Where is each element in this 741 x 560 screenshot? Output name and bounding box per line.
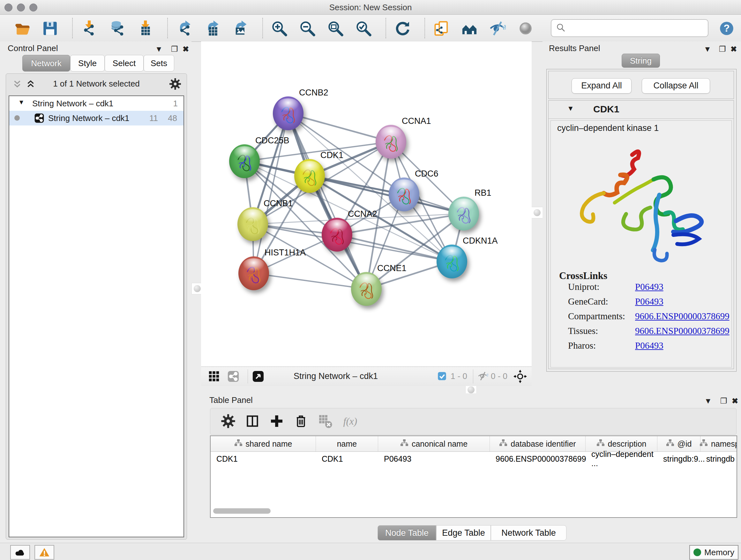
collapse-triangle-icon[interactable]: ▼: [567, 105, 574, 113]
open-session-icon[interactable]: [13, 19, 31, 38]
panel-close-icon[interactable]: ✖: [732, 396, 738, 406]
column-header-databaseidentifier[interactable]: database identifier: [490, 436, 586, 451]
node-RB1[interactable]: [448, 197, 479, 231]
column-header-description[interactable]: description: [586, 436, 657, 451]
fit-selected-icon[interactable]: [513, 369, 527, 385]
right-splitter-handle[interactable]: [531, 207, 543, 219]
node-CCNB2[interactable]: [273, 97, 304, 130]
node-CDC6[interactable]: [389, 178, 419, 211]
panel-menu-icon[interactable]: ▼: [704, 396, 712, 406]
results-panel-title: Results Panel: [549, 44, 600, 53]
node-CDC25B[interactable]: [229, 144, 260, 178]
panel-menu-icon[interactable]: ▼: [155, 45, 163, 54]
node-CCNA1[interactable]: [376, 125, 406, 159]
panel-close-icon[interactable]: ✖: [731, 45, 737, 54]
node-CCNA2[interactable]: [322, 218, 352, 252]
selected-checkbox-icon[interactable]: [437, 371, 447, 382]
horizontal-scrollbar-thumb[interactable]: [213, 508, 271, 514]
tab-sets[interactable]: Sets: [144, 55, 174, 71]
apply-layout-icon[interactable]: [393, 19, 412, 38]
cell[interactable]: CDK1: [316, 451, 378, 466]
zoom-selected-icon[interactable]: [354, 19, 373, 38]
tab-network[interactable]: Network: [22, 55, 70, 71]
add-column-icon[interactable]: [268, 412, 286, 430]
gear-icon[interactable]: [169, 78, 182, 91]
toolbar-separator: [386, 18, 386, 38]
export-image-icon[interactable]: [231, 19, 250, 38]
crosslink-link[interactable]: 9606.ENSP00000378699: [635, 326, 730, 336]
cloud-button[interactable]: [10, 545, 30, 560]
columns-icon[interactable]: [244, 412, 261, 430]
hide-selected-icon[interactable]: [488, 19, 507, 38]
export-network-icon[interactable]: [175, 19, 193, 38]
cell[interactable]: P06493: [378, 451, 490, 466]
panel-float-icon[interactable]: ❐: [719, 45, 726, 54]
delete-column-icon[interactable]: [292, 412, 310, 430]
node-CDKN1A[interactable]: [436, 245, 467, 278]
cell[interactable]: stringdb:9...: [657, 451, 700, 466]
edge-HIST1H1A-CCNE1[interactable]: [254, 273, 366, 289]
save-session-icon[interactable]: [41, 19, 59, 38]
search-input[interactable]: [569, 21, 708, 35]
zoom-fit-icon[interactable]: [326, 19, 345, 38]
zoom-out-icon[interactable]: [298, 19, 317, 38]
column-header-canonicalname[interactable]: canonical name: [378, 436, 490, 451]
cell[interactable]: CDK1: [211, 451, 316, 466]
panel-float-icon[interactable]: ❐: [720, 396, 727, 406]
window-title: Session: New Session: [0, 3, 741, 12]
import-network-icon[interactable]: [80, 19, 98, 38]
results-panel: Results Panel ▼ ❐ ✖ String Expand All Co…: [542, 42, 741, 393]
tab-string[interactable]: String: [622, 54, 660, 68]
panel-float-icon[interactable]: ❐: [171, 45, 178, 54]
crosslinks-title: CrossLinks: [559, 270, 607, 282]
first-neighbors-icon[interactable]: [460, 19, 479, 38]
node-CCNB1[interactable]: [238, 207, 268, 241]
node-CCNE1[interactable]: [351, 272, 382, 306]
gear-icon[interactable]: [219, 412, 237, 430]
panel-close-icon[interactable]: ✖: [183, 45, 189, 54]
crosslink-link[interactable]: P06493: [635, 296, 664, 307]
crosslink-label: GeneCard:: [568, 296, 608, 307]
network-view-share-icon[interactable]: [227, 370, 239, 384]
tab-network-table[interactable]: Network Table: [491, 525, 566, 541]
network-canvas[interactable]: CCNB2CCNA1CDC25BCDK1CDC6RB1CCNB1CCNA2CDK…: [201, 42, 532, 367]
column-header-name[interactable]: name: [316, 436, 378, 451]
crosslink-link[interactable]: P06493: [635, 340, 664, 351]
crosslink-link[interactable]: P06493: [635, 282, 664, 292]
crosslink-link[interactable]: 9606.ENSP00000378699: [635, 311, 730, 321]
memory-label: Memory: [704, 548, 734, 557]
expand-all-button[interactable]: Expand All: [571, 78, 631, 94]
warning-button[interactable]: [35, 545, 54, 560]
panel-menu-icon[interactable]: ▼: [704, 45, 711, 54]
copy-style-icon[interactable]: [432, 19, 451, 38]
node-HIST1H1A[interactable]: [239, 256, 269, 290]
cell[interactable]: stringdb: [700, 451, 737, 466]
tab-style[interactable]: Style: [70, 55, 105, 71]
network-row[interactable]: String Network – cdk1 11 48: [9, 111, 184, 125]
tab-node-table[interactable]: Node Table: [378, 525, 436, 541]
network-status-dot-icon: [14, 115, 20, 121]
column-header-id[interactable]: @id: [657, 436, 700, 451]
node-CDK1[interactable]: [294, 159, 325, 193]
network-edges: [201, 42, 532, 367]
cell[interactable]: 9606.ENSP00000378699: [490, 451, 586, 466]
import-network-database-icon[interactable]: [108, 19, 126, 38]
tab-select[interactable]: Select: [105, 55, 144, 71]
gene-section-header[interactable]: ▼ CDK1: [549, 101, 734, 119]
birds-eye-view-icon[interactable]: [252, 370, 264, 384]
column-header-namespace[interactable]: namespace: [700, 436, 737, 451]
import-table-icon[interactable]: [136, 19, 154, 38]
collapse-all-button[interactable]: Collapse All: [642, 78, 710, 94]
memory-button[interactable]: Memory: [689, 545, 738, 560]
zoom-in-icon[interactable]: [270, 19, 288, 38]
show-all-icon[interactable]: [516, 19, 535, 38]
collapse-triangle-icon[interactable]: ▼: [18, 99, 24, 106]
grid-view-icon[interactable]: [208, 370, 220, 384]
export-table-icon[interactable]: [203, 19, 221, 38]
help-icon[interactable]: ?: [718, 19, 736, 38]
tab-edge-table[interactable]: Edge Table: [436, 525, 491, 541]
cell[interactable]: cyclin–dependent ...: [586, 451, 657, 466]
column-header-sharedname[interactable]: shared name: [211, 436, 316, 451]
network-collection-row[interactable]: ▼ String Network – cdk1 1: [9, 96, 184, 111]
edge-CCNA2-CDKN1A[interactable]: [337, 235, 452, 261]
